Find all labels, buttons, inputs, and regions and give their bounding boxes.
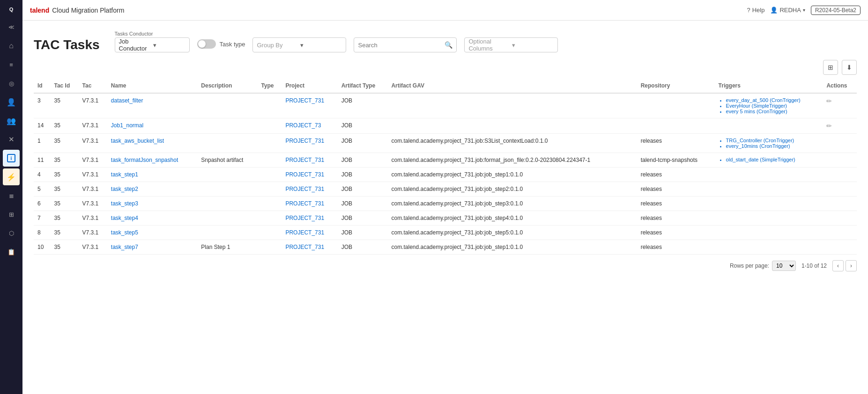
sidebar-item-lightning[interactable]: ⚡ [3,168,20,185]
cell-name[interactable]: task_step4 [107,211,198,226]
cell-name[interactable]: task_formatJson_snpashot [107,153,198,168]
version-badge[interactable]: R2024-05-Beta2 [811,6,861,15]
cell-name[interactable]: task_step5 [107,226,198,240]
pagination-bar: Rows per page: 10 25 50 100 1-10 of 12 ‹… [34,255,857,277]
cell-id: 3 [34,93,50,118]
cell-actions [823,226,857,240]
conductor-dropdown[interactable]: Job Conductor ▾ [115,37,190,52]
cell-project[interactable]: PROJECT_731 [282,211,337,226]
cell-project-link[interactable]: PROJECT_73 [285,122,321,129]
table-row: 835V7.3.1task_step5PROJECT_731JOBcom.tal… [34,226,857,240]
cell-name[interactable]: Job1_normal [107,118,198,134]
cell-description [197,226,257,240]
sidebar-item-user[interactable]: 👤 [3,94,20,110]
cell-project-link[interactable]: PROJECT_731 [285,244,324,250]
download-button[interactable]: ⬇ [842,60,857,75]
cell-artifact-type: JOB [338,182,388,197]
cell-project-link[interactable]: PROJECT_731 [285,97,324,104]
sidebar-item-tools[interactable]: ✕ [3,131,20,148]
toggle-knob [198,40,206,48]
user-menu[interactable]: 👤 REDHA ▾ [770,7,805,14]
group-by-dropdown[interactable]: Group By ▾ [252,37,346,52]
cell-project-link[interactable]: PROJECT_731 [285,157,324,163]
trigger-item[interactable]: old_start_date (SimpleTrigger) [726,157,819,162]
cell-project-link[interactable]: PROJECT_731 [285,186,324,192]
task-type-toggle[interactable] [197,39,216,49]
cell-name[interactable]: dataset_filter [107,93,198,118]
edit-icon[interactable]: ✏ [826,97,832,105]
cell-project-link[interactable]: PROJECT_731 [285,171,324,178]
cell-type [257,197,282,211]
cell-description [197,118,257,134]
col-repository: Repository [637,79,715,93]
cell-name-link[interactable]: task_step2 [111,186,138,192]
cell-project-link[interactable]: PROJECT_731 [285,229,324,236]
cell-artifact-type: JOB [338,240,388,255]
trigger-item[interactable]: every 5 mins (CronTrigger) [726,109,819,114]
cell-name[interactable]: task_aws_bucket_list [107,134,198,153]
rows-per-page-select[interactable]: 10 25 50 100 [772,261,796,271]
sidebar-item-layers[interactable]: ≣ [3,187,20,204]
cell-name-link[interactable]: Job1_normal [111,122,143,129]
col-tac: Tac [79,79,107,93]
cell-type [257,93,282,118]
cell-project[interactable]: PROJECT_731 [282,134,337,153]
cell-triggers [715,168,823,182]
cell-project[interactable]: PROJECT_73 [282,118,337,134]
cell-project[interactable]: PROJECT_731 [282,168,337,182]
cell-name-link[interactable]: task_formatJson_snpashot [111,157,178,163]
edit-icon[interactable]: ✏ [826,122,832,130]
cell-name-link[interactable]: task_step5 [111,229,138,236]
cell-project[interactable]: PROJECT_731 [282,93,337,118]
trigger-item[interactable]: every_10mins (CronTrigger) [726,143,819,149]
cell-name-link[interactable]: task_aws_bucket_list [111,138,164,144]
cell-type [257,118,282,134]
sidebar-item-list[interactable]: ≡ [3,56,20,73]
sidebar-item-users[interactable]: 👥 [3,112,20,129]
cell-artifact-gav: com.talend.academy.project_731.job:forma… [387,153,637,168]
cell-project[interactable]: PROJECT_731 [282,182,337,197]
cell-project-link[interactable]: PROJECT_731 [285,200,324,207]
cell-project[interactable]: PROJECT_731 [282,153,337,168]
search-input[interactable] [358,42,445,49]
cell-name[interactable]: task_step7 [107,240,198,255]
cell-name-link[interactable]: task_step7 [111,244,138,250]
sidebar-item-home[interactable]: ⌂ [3,37,20,54]
trigger-item[interactable]: TRG_Controller (CronTrigger) [726,138,819,143]
cell-project[interactable]: PROJECT_731 [282,240,337,255]
cell-project-link[interactable]: PROJECT_731 [285,215,324,221]
cell-name-link[interactable]: task_step3 [111,200,138,207]
cell-name-link[interactable]: task_step4 [111,215,138,221]
cell-name[interactable]: task_step1 [107,168,198,182]
sidebar-item-collapse[interactable]: ≪ [3,19,20,36]
sidebar-item-badge[interactable]: i [3,150,20,167]
chevron-down-icon: ▾ [803,7,805,13]
sidebar-item-grid[interactable]: ⊞ [3,206,20,223]
cell-project[interactable]: PROJECT_731 [282,226,337,240]
next-page-button[interactable]: › [846,260,857,271]
cell-artifact-gav: com.talend.academy.project_731.job:job_s… [387,197,637,211]
toolbar: Tasks Conductor Job Conductor ▾ Task typ… [115,28,558,52]
cell-name-link[interactable]: dataset_filter [111,97,143,104]
cell-name[interactable]: task_step2 [107,182,198,197]
help-button[interactable]: ? Help [747,7,764,14]
cell-project[interactable]: PROJECT_731 [282,197,337,211]
sidebar-item-plugin[interactable]: ⬡ [3,225,20,241]
cell-repository: releases [637,197,715,211]
optional-columns-dropdown[interactable]: Optional Columns ▾ [464,37,558,52]
cell-name[interactable]: task_step3 [107,197,198,211]
table-settings-button[interactable]: ⊞ [823,60,838,75]
cell-artifact-type: JOB [338,93,388,118]
conductor-value: Job Conductor [119,38,151,52]
group-by-value: Group By [257,42,298,49]
cell-artifact-gav: com.talend.academy.project_731.job:job_s… [387,211,637,226]
sidebar-item-report[interactable]: 📋 [3,243,20,260]
cell-project-link[interactable]: PROJECT_731 [285,138,324,144]
trigger-item[interactable]: every_day_at_500 (CronTrigger) [726,97,819,103]
trigger-item[interactable]: EveryHour (SimpleTrigger) [726,103,819,109]
conductor-field-group: Tasks Conductor Job Conductor ▾ [115,31,190,52]
prev-page-button[interactable]: ‹ [832,260,844,271]
search-icon[interactable]: 🔍 [445,41,453,49]
sidebar-item-monitor[interactable]: ◎ [3,75,20,92]
cell-name-link[interactable]: task_step1 [111,171,138,178]
